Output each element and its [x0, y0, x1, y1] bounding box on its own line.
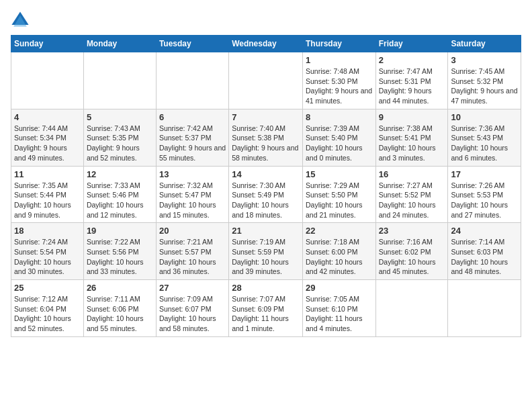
day-number: 5: [87, 112, 153, 122]
day-number: 20: [159, 226, 226, 236]
day-cell: [11, 52, 84, 109]
day-number: 14: [232, 169, 300, 179]
day-number: 18: [14, 226, 81, 236]
day-number: 22: [306, 226, 373, 236]
day-number: 21: [232, 226, 300, 236]
day-number: 26: [87, 283, 153, 293]
day-number: 8: [306, 112, 373, 122]
day-number: 13: [159, 169, 226, 179]
day-cell: 23Sunrise: 7:16 AM Sunset: 6:02 PM Dayli…: [375, 223, 448, 280]
day-info: Sunrise: 7:43 AM Sunset: 5:35 PM Dayligh…: [87, 124, 153, 163]
day-cell: [448, 280, 521, 337]
day-cell: 2Sunrise: 7:47 AM Sunset: 5:31 PM Daylig…: [375, 52, 448, 109]
day-number: 29: [306, 283, 373, 293]
day-number: 6: [159, 112, 226, 122]
day-info: Sunrise: 7:07 AM Sunset: 6:09 PM Dayligh…: [232, 294, 300, 334]
day-cell: 28Sunrise: 7:07 AM Sunset: 6:09 PM Dayli…: [229, 280, 303, 337]
weekday-header-thursday: Thursday: [302, 36, 375, 52]
day-cell: 26Sunrise: 7:11 AM Sunset: 6:06 PM Dayli…: [83, 280, 156, 337]
day-cell: 19Sunrise: 7:22 AM Sunset: 5:56 PM Dayli…: [83, 223, 156, 280]
weekday-header-sunday: Sunday: [11, 36, 84, 52]
day-number: 28: [232, 283, 300, 293]
week-row-4: 25Sunrise: 7:12 AM Sunset: 6:04 PM Dayli…: [11, 280, 521, 337]
day-cell: 18Sunrise: 7:24 AM Sunset: 5:54 PM Dayli…: [11, 223, 84, 280]
day-number: 25: [14, 283, 81, 293]
day-info: Sunrise: 7:32 AM Sunset: 5:47 PM Dayligh…: [159, 181, 226, 220]
day-number: 16: [379, 169, 445, 179]
day-number: 23: [379, 226, 445, 236]
day-info: Sunrise: 7:09 AM Sunset: 6:07 PM Dayligh…: [159, 294, 226, 334]
day-number: 10: [451, 112, 518, 122]
day-cell: 5Sunrise: 7:43 AM Sunset: 5:35 PM Daylig…: [83, 109, 156, 166]
week-row-1: 4Sunrise: 7:44 AM Sunset: 5:34 PM Daylig…: [11, 109, 521, 166]
day-info: Sunrise: 7:24 AM Sunset: 5:54 PM Dayligh…: [14, 237, 81, 277]
day-cell: 4Sunrise: 7:44 AM Sunset: 5:34 PM Daylig…: [11, 109, 84, 166]
day-cell: 6Sunrise: 7:42 AM Sunset: 5:37 PM Daylig…: [156, 109, 228, 166]
day-cell: 12Sunrise: 7:33 AM Sunset: 5:46 PM Dayli…: [83, 166, 156, 223]
week-row-3: 18Sunrise: 7:24 AM Sunset: 5:54 PM Dayli…: [11, 223, 521, 280]
day-info: Sunrise: 7:33 AM Sunset: 5:46 PM Dayligh…: [87, 181, 153, 220]
logo: [11, 11, 32, 30]
day-number: 4: [14, 112, 81, 122]
week-row-0: 1Sunrise: 7:48 AM Sunset: 5:30 PM Daylig…: [11, 52, 521, 109]
day-number: 19: [87, 226, 153, 236]
day-info: Sunrise: 7:36 AM Sunset: 5:43 PM Dayligh…: [451, 124, 518, 163]
day-number: 27: [159, 283, 226, 293]
weekday-header-tuesday: Tuesday: [156, 36, 228, 52]
day-info: Sunrise: 7:12 AM Sunset: 6:04 PM Dayligh…: [14, 294, 81, 334]
day-number: 1: [306, 55, 373, 65]
day-cell: 15Sunrise: 7:29 AM Sunset: 5:50 PM Dayli…: [302, 166, 375, 223]
day-number: 9: [379, 112, 445, 122]
day-cell: 20Sunrise: 7:21 AM Sunset: 5:57 PM Dayli…: [156, 223, 228, 280]
day-info: Sunrise: 7:45 AM Sunset: 5:32 PM Dayligh…: [451, 66, 518, 106]
day-info: Sunrise: 7:38 AM Sunset: 5:41 PM Dayligh…: [379, 124, 445, 163]
day-info: Sunrise: 7:27 AM Sunset: 5:52 PM Dayligh…: [379, 181, 445, 220]
day-cell: 24Sunrise: 7:14 AM Sunset: 6:03 PM Dayli…: [448, 223, 521, 280]
weekday-header-friday: Friday: [375, 36, 448, 52]
day-cell: 1Sunrise: 7:48 AM Sunset: 5:30 PM Daylig…: [302, 52, 375, 109]
day-cell: 3Sunrise: 7:45 AM Sunset: 5:32 PM Daylig…: [448, 52, 521, 109]
day-info: Sunrise: 7:21 AM Sunset: 5:57 PM Dayligh…: [159, 237, 226, 277]
day-cell: 7Sunrise: 7:40 AM Sunset: 5:38 PM Daylig…: [229, 109, 303, 166]
day-number: 17: [451, 169, 518, 179]
day-number: 15: [306, 169, 373, 179]
day-cell: 27Sunrise: 7:09 AM Sunset: 6:07 PM Dayli…: [156, 280, 228, 337]
day-info: Sunrise: 7:14 AM Sunset: 6:03 PM Dayligh…: [451, 237, 518, 277]
day-number: 7: [232, 112, 300, 122]
day-cell: 11Sunrise: 7:35 AM Sunset: 5:44 PM Dayli…: [11, 166, 84, 223]
day-cell: 17Sunrise: 7:26 AM Sunset: 5:53 PM Dayli…: [448, 166, 521, 223]
day-info: Sunrise: 7:11 AM Sunset: 6:06 PM Dayligh…: [87, 294, 153, 334]
day-info: Sunrise: 7:26 AM Sunset: 5:53 PM Dayligh…: [451, 181, 518, 220]
day-cell: 14Sunrise: 7:30 AM Sunset: 5:49 PM Dayli…: [229, 166, 303, 223]
day-info: Sunrise: 7:05 AM Sunset: 6:10 PM Dayligh…: [306, 294, 373, 334]
day-info: Sunrise: 7:35 AM Sunset: 5:44 PM Dayligh…: [14, 181, 81, 220]
day-number: 24: [451, 226, 518, 236]
day-cell: 29Sunrise: 7:05 AM Sunset: 6:10 PM Dayli…: [302, 280, 375, 337]
day-cell: [156, 52, 228, 109]
day-cell: 25Sunrise: 7:12 AM Sunset: 6:04 PM Dayli…: [11, 280, 84, 337]
day-number: 11: [14, 169, 81, 179]
logo-icon: [11, 11, 30, 30]
weekday-header-row: SundayMondayTuesdayWednesdayThursdayFrid…: [11, 36, 521, 52]
day-number: 2: [379, 55, 445, 65]
weekday-header-wednesday: Wednesday: [229, 36, 303, 52]
day-number: 3: [451, 55, 518, 65]
week-row-2: 11Sunrise: 7:35 AM Sunset: 5:44 PM Dayli…: [11, 166, 521, 223]
day-info: Sunrise: 7:44 AM Sunset: 5:34 PM Dayligh…: [14, 124, 81, 163]
day-cell: 8Sunrise: 7:39 AM Sunset: 5:40 PM Daylig…: [302, 109, 375, 166]
day-cell: 16Sunrise: 7:27 AM Sunset: 5:52 PM Dayli…: [375, 166, 448, 223]
day-cell: [375, 280, 448, 337]
day-info: Sunrise: 7:18 AM Sunset: 6:00 PM Dayligh…: [306, 237, 373, 277]
day-info: Sunrise: 7:16 AM Sunset: 6:02 PM Dayligh…: [379, 237, 445, 277]
day-cell: 13Sunrise: 7:32 AM Sunset: 5:47 PM Dayli…: [156, 166, 228, 223]
day-number: 12: [87, 169, 153, 179]
day-info: Sunrise: 7:19 AM Sunset: 5:59 PM Dayligh…: [232, 237, 300, 277]
page-header: [11, 11, 521, 30]
day-cell: 21Sunrise: 7:19 AM Sunset: 5:59 PM Dayli…: [229, 223, 303, 280]
day-info: Sunrise: 7:47 AM Sunset: 5:31 PM Dayligh…: [379, 66, 445, 106]
day-cell: [83, 52, 156, 109]
weekday-header-monday: Monday: [83, 36, 156, 52]
day-cell: 9Sunrise: 7:38 AM Sunset: 5:41 PM Daylig…: [375, 109, 448, 166]
calendar: SundayMondayTuesdayWednesdayThursdayFrid…: [11, 35, 521, 337]
day-info: Sunrise: 7:48 AM Sunset: 5:30 PM Dayligh…: [306, 66, 373, 106]
